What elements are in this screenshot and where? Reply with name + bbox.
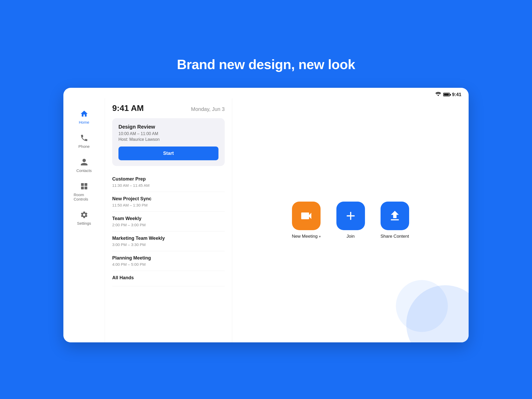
share-content-label: Share Content: [381, 234, 409, 239]
svg-rect-3: [84, 187, 87, 189]
contacts-icon: [80, 158, 88, 167]
meeting-list: Customer Prep 11:30 AM – 11:45 AM New Pr…: [112, 172, 225, 286]
svg-rect-1: [84, 183, 87, 186]
meeting-title: New Project Sync: [112, 196, 225, 202]
sidebar-label-room-controls: Room Controls: [74, 192, 95, 201]
featured-meeting-time: 10:00 AM – 11:00 AM: [118, 131, 218, 136]
featured-meeting: Design Review 10:00 AM – 11:00 AM Host: …: [112, 118, 225, 166]
meeting-time: 4:00 PM – 5:00 PM: [112, 262, 225, 267]
meeting-item-marketing[interactable]: Marketing Team Weekly 3:00 PM – 3:30 PM: [112, 231, 225, 251]
meeting-title: Customer Prep: [112, 176, 225, 182]
meeting-item-customer-prep[interactable]: Customer Prep 11:30 AM – 11:45 AM: [112, 172, 225, 192]
sidebar-item-settings[interactable]: Settings: [69, 207, 100, 229]
join-label: Join: [347, 234, 355, 239]
meeting-item-new-project-sync[interactable]: New Project Sync 11:50 AM – 1:30 PM: [112, 192, 225, 212]
sidebar-label-contacts: Contacts: [76, 168, 92, 173]
status-time: 9:41: [452, 92, 461, 97]
featured-meeting-title: Design Review: [118, 124, 218, 130]
meeting-title: Marketing Team Weekly: [112, 236, 225, 241]
meeting-time: 2:00 PM – 3:00 PM: [112, 223, 225, 227]
new-meeting-chevron: ▾: [319, 235, 321, 238]
time-header: 9:41 AM Monday, Jun 3: [112, 103, 225, 113]
page-background-title: Brand new design, new look: [177, 57, 355, 72]
meeting-title: All Hands: [112, 275, 225, 281]
video-camera-icon: [300, 209, 313, 223]
svg-rect-0: [81, 183, 84, 186]
svg-rect-2: [81, 187, 84, 189]
sidebar-label-phone: Phone: [78, 144, 90, 149]
device-frame: 9:41 Home Phone: [63, 88, 469, 342]
share-icon-bg: [381, 202, 409, 230]
featured-meeting-host: Host: Maurice Lawson: [118, 137, 218, 142]
sidebar-item-room-controls[interactable]: Room Controls: [69, 178, 100, 205]
meeting-time: 11:30 AM – 11:45 AM: [112, 183, 225, 188]
share-upload-icon: [388, 209, 402, 223]
current-date: Monday, Jun 3: [191, 106, 225, 112]
phone-icon: [80, 134, 88, 143]
status-bar: 9:41: [63, 88, 469, 98]
share-content-button[interactable]: Share Content: [381, 202, 409, 239]
home-icon: [80, 110, 88, 119]
meeting-time: 11:50 AM – 1:30 PM: [112, 203, 225, 207]
meeting-item-team-weekly[interactable]: Team Weekly 2:00 PM – 3:00 PM: [112, 212, 225, 231]
sidebar: Home Phone Contacts Room C: [63, 98, 105, 342]
sidebar-item-phone[interactable]: Phone: [69, 130, 100, 152]
calendar-panel: 9:41 AM Monday, Jun 3 Design Review 10:0…: [105, 98, 232, 342]
meeting-title: Team Weekly: [112, 216, 225, 221]
plus-icon: [344, 209, 357, 223]
room-controls-icon: [80, 182, 88, 191]
meeting-item-planning[interactable]: Planning Meeting 4:00 PM – 5:00 PM: [112, 251, 225, 271]
join-button[interactable]: Join: [336, 202, 365, 239]
battery-icon: [443, 93, 450, 96]
new-meeting-button[interactable]: New Meeting ▾: [292, 202, 321, 239]
current-time: 9:41 AM: [112, 103, 144, 113]
sidebar-item-contacts[interactable]: Contacts: [69, 154, 100, 176]
action-panel: New Meeting ▾ Join: [232, 98, 469, 342]
sidebar-label-settings: Settings: [77, 221, 91, 225]
meeting-time: 3:00 PM – 3:30 PM: [112, 242, 225, 247]
start-button[interactable]: Start: [118, 147, 218, 160]
new-meeting-icon-bg: [292, 202, 321, 230]
main-content: Home Phone Contacts Room C: [63, 98, 469, 342]
meeting-title: Planning Meeting: [112, 255, 225, 261]
new-meeting-label: New Meeting ▾: [292, 234, 321, 239]
join-icon-bg: [336, 202, 365, 230]
status-icons: 9:41: [435, 92, 461, 97]
meeting-item-all-hands[interactable]: All Hands: [112, 271, 225, 286]
sidebar-item-home[interactable]: Home: [69, 106, 100, 128]
settings-icon: [80, 211, 88, 220]
sidebar-label-home: Home: [79, 120, 89, 124]
wifi-icon: [435, 92, 441, 97]
